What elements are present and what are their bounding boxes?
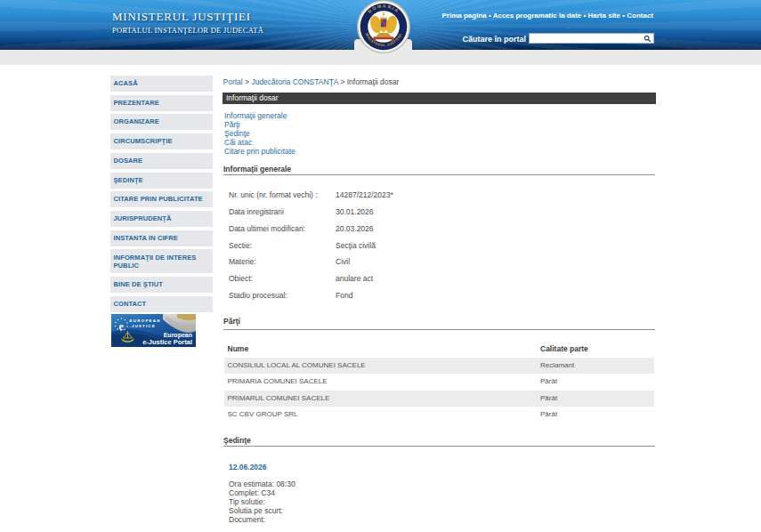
svg-text:-JUSTICE: -JUSTICE [130, 324, 156, 328]
svg-text:e-Justice Portal: e-Justice Portal [142, 338, 192, 346]
svg-text:EUROPEAN: EUROPEAN [130, 318, 161, 323]
